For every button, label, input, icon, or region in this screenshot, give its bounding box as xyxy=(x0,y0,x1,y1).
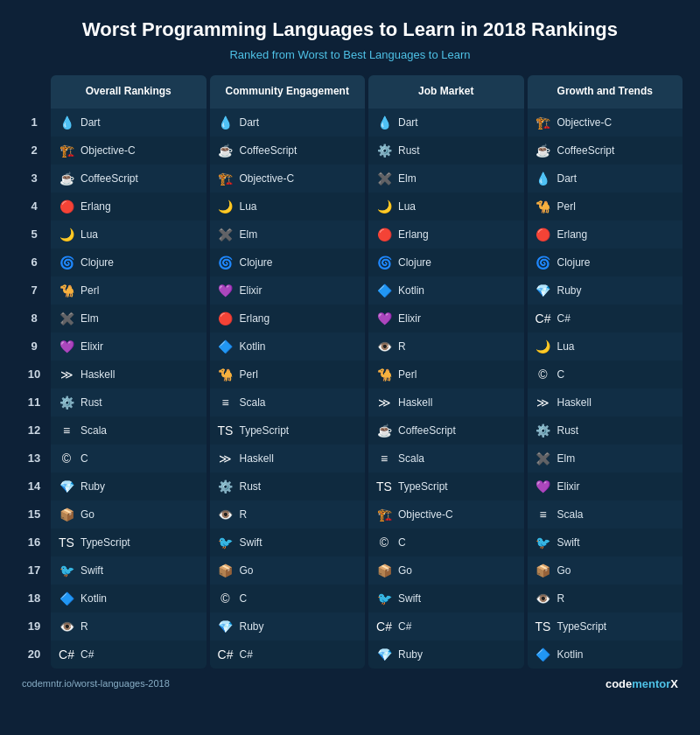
rank-number: 19 xyxy=(18,612,51,640)
lang-icon-typescript: TS xyxy=(58,534,75,551)
table-row: ☕CoffeeScript xyxy=(210,136,366,164)
lang-icon-elixir: 💜 xyxy=(217,282,234,299)
table-row: 🌙Lua xyxy=(210,192,366,220)
lang-name: Lua xyxy=(557,340,575,353)
table-row: TSTypeScript xyxy=(368,472,524,500)
lang-name: Objective-C xyxy=(240,172,295,185)
lang-name: Swift xyxy=(557,536,580,549)
lang-icon-objectivec: 🏗️ xyxy=(217,170,234,187)
lang-icon-swift: 🐦 xyxy=(535,534,552,551)
table-row: TSTypeScript xyxy=(51,528,206,556)
rank-number: 20 xyxy=(18,640,51,668)
table-row: C#C# xyxy=(210,640,366,668)
lang-name: Go xyxy=(80,508,94,521)
lang-name: C# xyxy=(398,620,411,633)
lang-icon-rust: ⚙️ xyxy=(58,394,75,411)
data-columns: Overall Rankings💧Dart🏗️Objective-C☕Coffe… xyxy=(51,75,682,668)
lang-icon-haskell: ≫ xyxy=(535,394,552,411)
lang-icon-elixir: 💜 xyxy=(535,478,552,495)
lang-icon-perl: 🐪 xyxy=(535,198,552,215)
rank-number: 14 xyxy=(18,472,51,500)
lang-name: R xyxy=(557,592,565,605)
lang-name: CoffeeScript xyxy=(80,172,138,185)
lang-icon-r: 👁️ xyxy=(58,618,75,635)
table-row: 🏗️Objective-C xyxy=(210,164,366,192)
lang-icon-c: C# xyxy=(535,310,552,327)
lang-name: Elixir xyxy=(240,284,262,297)
table-row: 🐦Swift xyxy=(210,528,366,556)
table-row: 🌙Lua xyxy=(368,192,524,220)
lang-icon-rust: ⚙️ xyxy=(217,478,234,495)
table-row: 💎Ruby xyxy=(210,612,366,640)
lang-name: Ruby xyxy=(240,620,264,633)
lang-icon-go: 📦 xyxy=(217,562,234,579)
lang-icon-elm: ✖️ xyxy=(217,226,234,243)
lang-icon-elm: ✖️ xyxy=(58,310,75,327)
table-row: 🔴Erlang xyxy=(368,220,524,248)
table-row: ©C xyxy=(51,444,206,472)
table-row: 💧Dart xyxy=(210,108,366,136)
table-row: 💧Dart xyxy=(368,108,524,136)
lang-name: Kotlin xyxy=(240,340,266,353)
lang-name: Perl xyxy=(557,200,576,213)
lang-icon-lua: 🌙 xyxy=(58,226,75,243)
lang-name: Go xyxy=(240,564,254,577)
lang-icon-scala: ≡ xyxy=(375,450,393,467)
lang-name: Go xyxy=(557,564,571,577)
lang-name: Clojure xyxy=(240,256,273,269)
lang-icon-typescript: TS xyxy=(217,422,234,439)
lang-icon-haskell: ≫ xyxy=(217,450,234,467)
lang-name: CoffeeScript xyxy=(240,144,298,157)
rank-number: 18 xyxy=(18,584,51,612)
lang-name: Swift xyxy=(80,564,103,577)
lang-icon-clojure: 🌀 xyxy=(535,254,552,271)
lang-name: TypeScript xyxy=(398,480,448,493)
lang-icon-erlang: 🔴 xyxy=(217,310,234,327)
footer-url: codemntr.io/worst-languages-2018 xyxy=(22,678,170,689)
table-row: 🐪Perl xyxy=(210,360,366,388)
table-row: ⚙️Rust xyxy=(51,388,206,416)
lang-icon-dart: 💧 xyxy=(217,114,234,131)
table-row: ✖️Elm xyxy=(368,164,524,192)
lang-icon-dart: 💧 xyxy=(535,170,552,187)
lang-name: Rust xyxy=(557,424,579,437)
rank-number: 2 xyxy=(18,136,51,164)
lang-icon-haskell: ≫ xyxy=(375,394,393,411)
rank-number: 4 xyxy=(18,192,51,220)
lang-name: C xyxy=(240,592,248,605)
table-row: 🐪Perl xyxy=(528,192,683,220)
table-row: ≡Scala xyxy=(51,416,206,444)
lang-icon-erlang: 🔴 xyxy=(58,198,75,215)
table-row: 🏗️Objective-C xyxy=(51,136,206,164)
lang-icon-dart: 💧 xyxy=(375,114,393,131)
table-row: ≡Scala xyxy=(368,444,524,472)
rank-number: 16 xyxy=(18,528,51,556)
table-row: 🔴Erlang xyxy=(51,192,206,220)
lang-name: TypeScript xyxy=(80,536,130,549)
lang-name: Elm xyxy=(557,452,576,465)
lang-icon-rust: ⚙️ xyxy=(375,142,393,159)
lang-name: Lua xyxy=(80,228,98,241)
table-row: 💜Elixir xyxy=(210,276,366,304)
lang-icon-objectivec: 🏗️ xyxy=(535,114,552,131)
page-title: Worst Programming Languages to Learn in … xyxy=(18,18,682,43)
table-row: 🏗️Objective-C xyxy=(528,108,683,136)
column-header-overall: Overall Rankings xyxy=(51,75,206,108)
lang-name: Scala xyxy=(240,396,266,409)
lang-name: CoffeeScript xyxy=(557,144,615,157)
lang-icon-coffeescript: ☕ xyxy=(217,142,234,159)
table-row: 🐪Perl xyxy=(368,360,524,388)
table-row: 🌀Clojure xyxy=(368,248,524,276)
lang-name: Rust xyxy=(398,144,420,157)
lang-icon-elixir: 💜 xyxy=(58,338,75,355)
lang-icon-elixir: 💜 xyxy=(375,310,393,327)
lang-icon-coffeescript: ☕ xyxy=(58,170,75,187)
lang-icon-dart: 💧 xyxy=(58,114,75,131)
lang-name: Ruby xyxy=(557,284,582,297)
lang-icon-ruby: 💎 xyxy=(375,646,393,663)
lang-icon-scala: ≡ xyxy=(217,394,234,411)
lang-icon-kotlin: 🔷 xyxy=(375,282,393,299)
table-row: ✖️Elm xyxy=(210,220,366,248)
table-row: 🌀Clojure xyxy=(210,248,366,276)
lang-name: R xyxy=(80,620,88,633)
